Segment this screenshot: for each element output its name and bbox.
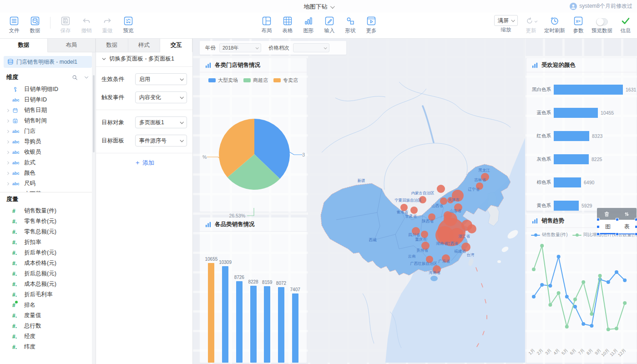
trend-point[interactable] xyxy=(623,301,627,305)
tab-数据[interactable]: 数据 xyxy=(96,39,128,52)
measure-field[interactable]: #.折后单价(元) xyxy=(0,248,96,258)
trend-point[interactable] xyxy=(607,328,610,331)
insert-more-button[interactable]: 更多 xyxy=(361,13,382,34)
trend-point[interactable] xyxy=(573,305,577,308)
legend-item[interactable]: 商超店 xyxy=(243,77,268,84)
trend-point[interactable] xyxy=(581,280,585,284)
trend-legend-item[interactable]: 销售数量(件) xyxy=(531,232,568,238)
trend-point[interactable] xyxy=(607,280,610,284)
model-selector[interactable]: 门店销售明细表 - model1 xyxy=(4,56,92,68)
hbar-row[interactable]: 蓝色系 10455 xyxy=(526,101,637,124)
trash-icon[interactable] xyxy=(603,211,610,217)
bar[interactable] xyxy=(222,266,228,363)
dimension-field[interactable]: abc 款式 xyxy=(0,157,96,168)
bar[interactable] xyxy=(236,281,243,363)
province-label[interactable]: 西藏 xyxy=(369,238,377,242)
switcher-tab-table[interactable]: 表 xyxy=(617,220,637,233)
trend-point[interactable] xyxy=(540,244,544,248)
dimension-field[interactable]: abc 门店 xyxy=(0,126,96,136)
province-label[interactable]: 广东省 xyxy=(438,259,450,263)
preview-data-toggle[interactable]: 预览数据 xyxy=(589,13,615,34)
measure-field[interactable]: #.成本价格(元) xyxy=(0,258,96,268)
swap-icon[interactable] xyxy=(623,211,630,217)
bar[interactable] xyxy=(208,263,214,363)
province-label[interactable]: 湖南省 xyxy=(435,241,448,246)
hbar-row[interactable]: 红色系 8323 xyxy=(526,124,637,147)
selection-handle[interactable] xyxy=(635,218,637,221)
collapse-chevron-icon[interactable] xyxy=(84,75,89,80)
province-label[interactable]: 辽宁省 xyxy=(468,187,480,192)
bar[interactable] xyxy=(278,287,284,363)
measure-field[interactable]: #.零售总额(元) xyxy=(0,227,96,237)
selection-handle[interactable] xyxy=(635,233,637,236)
insert-shape-button[interactable]: 形状 xyxy=(340,13,361,34)
trend-point[interactable] xyxy=(590,324,593,328)
insert-table-button[interactable]: 表格 xyxy=(277,13,298,34)
insert-chart-button[interactable]: 图形 xyxy=(298,13,319,34)
trend-point[interactable] xyxy=(532,268,536,271)
selection-handle[interactable] xyxy=(635,225,637,228)
data-panel-scrollbar[interactable] xyxy=(92,52,96,364)
measure-field[interactable]: #.零售单价(元) xyxy=(0,216,96,227)
measure-field[interactable]: #.成本总额(元) xyxy=(0,279,96,289)
hbar[interactable] xyxy=(554,108,598,118)
province-label[interactable]: 甘肃省 xyxy=(405,214,417,218)
trend-point[interactable] xyxy=(565,325,569,329)
selection-handle[interactable] xyxy=(597,218,600,221)
refresh-button[interactable]: 更新 xyxy=(521,13,541,34)
tab-布局[interactable]: 布局 xyxy=(48,39,96,52)
timed-refresh-button[interactable]: 定时刷新 xyxy=(541,13,568,34)
selection-handle[interactable] xyxy=(597,233,600,236)
tab-数据[interactable]: 数据 xyxy=(0,39,48,52)
hbar[interactable] xyxy=(554,131,589,141)
hbar-row[interactable]: 灰色系 8225 xyxy=(526,147,637,171)
trend-point[interactable] xyxy=(623,278,627,282)
province-label[interactable]: 黑龙江 xyxy=(478,168,490,172)
filter-year-select[interactable]: 2018年 xyxy=(219,43,261,52)
bar-column[interactable]: 8159 xyxy=(260,280,274,363)
province-label[interactable]: 云南 xyxy=(408,254,416,258)
expand-chevron-icon[interactable] xyxy=(6,182,12,186)
bar-column[interactable]: 10309 xyxy=(218,260,233,363)
dimension-field[interactable]: abc 颜色 xyxy=(0,168,96,178)
trend-widget[interactable]: 销售趋势 销售数量(件)同比增幅(总计(销售数量(件))) 1月2月3月4月5月… xyxy=(526,214,637,363)
info-button[interactable]: 信息 xyxy=(615,13,636,34)
bar-column[interactable]: 8228 xyxy=(246,279,260,363)
measure-field[interactable]: #.总行数 xyxy=(0,321,96,331)
toggle-switch[interactable] xyxy=(596,18,608,25)
trend-point[interactable] xyxy=(581,322,585,326)
toolbar-save-button[interactable]: 保存 xyxy=(55,13,76,34)
bar[interactable] xyxy=(264,286,270,363)
dimension-field[interactable]: 日销单明细ID xyxy=(0,84,96,95)
tab-交互[interactable]: 交互 xyxy=(160,39,192,52)
hbar-row[interactable]: 棕色系 6490 xyxy=(526,171,637,194)
measure-field[interactable]: #.折后总额(元) xyxy=(0,268,96,279)
selection-handle[interactable] xyxy=(616,218,619,221)
bar-column[interactable]: 8726 xyxy=(232,275,246,363)
dimension-field[interactable]: abc 导购员 xyxy=(0,136,96,147)
map-bubble[interactable] xyxy=(467,224,476,233)
tab-样式[interactable]: 样式 xyxy=(128,39,161,52)
target-select[interactable]: 事件源序号 xyxy=(135,135,187,147)
province-label[interactable]: 吉林省 xyxy=(474,177,486,182)
province-label[interactable]: 海南省 xyxy=(429,270,440,275)
province-label[interactable]: 广西壮族自治区 xyxy=(410,261,437,266)
measure-field[interactable]: #销售数量(件) xyxy=(0,206,96,216)
target-select[interactable]: 多页面板1 xyxy=(135,116,187,128)
trend-point[interactable] xyxy=(557,291,561,295)
map-hainan[interactable] xyxy=(430,276,438,281)
province-label[interactable]: 新疆 xyxy=(358,178,366,183)
trend-point[interactable] xyxy=(590,312,593,316)
trend-point[interactable] xyxy=(532,295,536,298)
hbar-row[interactable]: 黑白色系 1631 xyxy=(526,78,637,101)
trend-point[interactable] xyxy=(615,327,618,330)
trend-point[interactable] xyxy=(565,295,569,298)
map-bubble[interactable] xyxy=(437,185,445,193)
toolbar-redo-button[interactable]: 重做 xyxy=(97,13,118,34)
province-label[interactable]: 重庆市 xyxy=(415,237,427,242)
province-label[interactable]: 陕西省 xyxy=(422,219,434,223)
search-icon[interactable] xyxy=(71,74,78,81)
trend-point[interactable] xyxy=(615,270,618,274)
dimension-field[interactable]: 销售时间 xyxy=(0,116,96,126)
selection-handle[interactable] xyxy=(597,225,600,228)
